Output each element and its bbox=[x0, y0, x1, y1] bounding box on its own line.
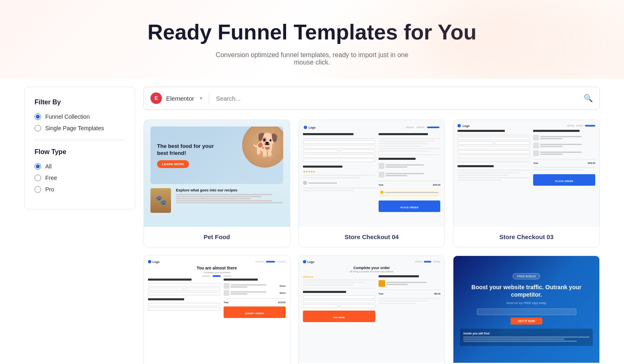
flow-pro[interactable]: Pro bbox=[35, 186, 125, 193]
product-price-1 bbox=[386, 166, 407, 168]
co-right: Total $80.00 bbox=[379, 275, 441, 322]
flow-free[interactable]: Free bbox=[35, 175, 125, 181]
filter-funnel-radio[interactable] bbox=[35, 113, 41, 120]
desc-line-2 bbox=[176, 196, 262, 197]
flow-pro-radio[interactable] bbox=[35, 186, 41, 193]
at-product-1: Select bbox=[224, 283, 286, 289]
nav-item-1 bbox=[406, 127, 414, 128]
avatar bbox=[303, 181, 307, 185]
at-logo-text: Logo bbox=[153, 260, 159, 263]
divider-1 bbox=[379, 154, 441, 155]
sc03-divider bbox=[533, 159, 595, 159]
flow-free-radio[interactable] bbox=[35, 175, 41, 181]
at-subtitle: Complete your purchase bbox=[148, 271, 286, 274]
review-4 bbox=[303, 190, 354, 191]
product-row-2 bbox=[379, 172, 441, 177]
content-area: E Elementor ▾ 🔍 The best food for your b… bbox=[143, 87, 600, 364]
template-card-store-checkout-04[interactable]: Logo bbox=[298, 120, 445, 247]
co-prod-img-1 bbox=[379, 280, 385, 287]
reviewer-name bbox=[308, 182, 337, 184]
template-card-store-checkout-03[interactable]: Logo bbox=[453, 120, 600, 247]
sc03-order-btn[interactable]: PLACE ORDER bbox=[533, 174, 595, 186]
at-right: Select Select bbox=[224, 279, 286, 318]
filter-funnel-collection[interactable]: Funnel Collection bbox=[35, 113, 125, 120]
co-div-1 bbox=[303, 288, 375, 288]
flow-all[interactable]: All bbox=[35, 163, 125, 170]
at-dot-2 bbox=[213, 275, 221, 277]
at-field-2b bbox=[185, 288, 221, 291]
at-product-2: Select bbox=[224, 290, 286, 296]
at-logo: Logo bbox=[148, 260, 159, 263]
sc03-prod-name-3 bbox=[540, 152, 581, 153]
template-card-seo-boost[interactable]: FREE BONUS Boost your website traffic. O… bbox=[453, 256, 600, 364]
at-step-2 bbox=[266, 261, 275, 263]
at-section-title-2 bbox=[148, 298, 184, 300]
at-field-5 bbox=[148, 307, 220, 311]
sc03-field-1 bbox=[458, 137, 530, 140]
review-3 bbox=[303, 187, 375, 189]
co-product-1 bbox=[379, 280, 441, 287]
at-left bbox=[148, 279, 220, 318]
sc03-left bbox=[458, 130, 530, 186]
sc03-logo-text: Logo bbox=[462, 124, 469, 127]
checkout-logo: Logo bbox=[304, 126, 316, 129]
benefit-1 bbox=[379, 138, 441, 139]
sc03-prod-name-2 bbox=[540, 144, 581, 145]
nav-item-2 bbox=[416, 127, 425, 128]
review-1 bbox=[303, 175, 375, 176]
product-row-1 bbox=[379, 163, 441, 169]
confirm-icon bbox=[380, 191, 384, 194]
sc03-items-title bbox=[533, 130, 580, 132]
co-logo-dot bbox=[303, 260, 306, 263]
sc03-prod-text-2 bbox=[540, 144, 595, 147]
logo-dot bbox=[304, 126, 307, 129]
product-name-2 bbox=[386, 173, 424, 174]
nav-item-active bbox=[427, 127, 439, 128]
template-card-complete-order[interactable]: Logo Complete your order All things poss… bbox=[298, 256, 445, 364]
sc03-field-5 bbox=[458, 155, 530, 158]
checkout-header: Logo bbox=[303, 124, 441, 131]
template-name-store-checkout-03: Store Checkout 03 bbox=[453, 227, 599, 247]
co-field-3a bbox=[303, 304, 339, 308]
co-review-3 bbox=[303, 284, 354, 286]
product-img-1 bbox=[379, 163, 384, 169]
filter-single-radio[interactable] bbox=[35, 125, 41, 131]
flow-type-label: Flow Type bbox=[35, 148, 125, 156]
pet-desc bbox=[176, 194, 283, 203]
sc03-field-4 bbox=[458, 150, 530, 154]
hero-title: Ready Funnel Templates for You bbox=[8, 21, 616, 44]
seo-footer-title: Inside you will find: bbox=[463, 332, 589, 335]
place-order-btn[interactable]: PLACE ORDER bbox=[379, 200, 441, 212]
sc03-prod-price-2 bbox=[540, 146, 562, 147]
form-half-1 bbox=[303, 150, 338, 153]
template-card-almost-there[interactable]: Logo You are almost there Complete your … bbox=[143, 256, 290, 364]
filter-single-page[interactable]: Single Page Templates bbox=[35, 125, 125, 131]
co-total: Total $80.00 bbox=[379, 293, 441, 295]
product-name-1 bbox=[386, 164, 424, 166]
place-order-label: PLACE ORDER bbox=[400, 206, 418, 209]
product-text-1 bbox=[386, 164, 441, 168]
at-total-value: $120.00 bbox=[278, 301, 286, 304]
items-title bbox=[379, 158, 416, 160]
seo-badge: FREE BONUS bbox=[513, 273, 541, 279]
flow-pro-label: Pro bbox=[45, 186, 54, 193]
pet-food-thumb: The best food for your best friend! LEAR… bbox=[144, 120, 290, 227]
sc03-promo-2 bbox=[458, 172, 519, 173]
co-nav bbox=[415, 261, 440, 263]
co-order-divider bbox=[379, 290, 441, 290]
search-bar: E Elementor ▾ 🔍 bbox=[143, 87, 600, 110]
total-value: $240.00 bbox=[433, 184, 440, 186]
at-title-area: You are almost there Complete your purch… bbox=[148, 266, 286, 274]
dog-image: 🐕 bbox=[242, 127, 283, 168]
at-submit-btn[interactable]: SUBMIT ORDER bbox=[224, 306, 286, 318]
at-field-1 bbox=[148, 283, 220, 286]
search-input[interactable] bbox=[209, 95, 584, 102]
seo-input-fake bbox=[477, 309, 576, 315]
template-card-pet-food[interactable]: The best food for your best friend! LEAR… bbox=[143, 120, 290, 247]
co-order-title bbox=[379, 275, 419, 277]
co-pay-btn[interactable]: PAY NOW bbox=[303, 311, 375, 322]
flow-all-radio[interactable] bbox=[35, 163, 41, 170]
seo-cta-btn[interactable]: GET IT NOW bbox=[511, 318, 543, 325]
builder-selector[interactable]: E Elementor ▾ bbox=[150, 92, 209, 104]
sc03-bottom-1 bbox=[533, 167, 595, 168]
